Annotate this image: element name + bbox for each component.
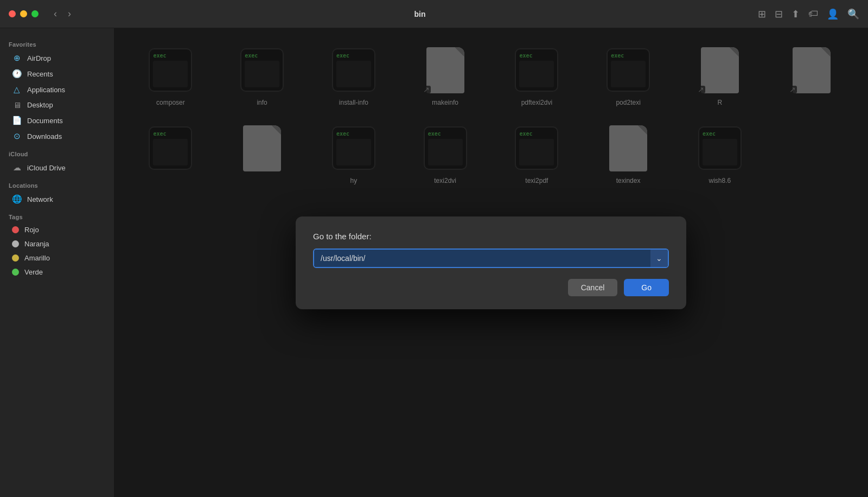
recents-icon: 🕐: [12, 69, 22, 79]
modal-overlay: Go to the folder: ⌄ Cancel Go: [114, 28, 868, 497]
sidebar-item-label: Desktop: [27, 101, 53, 109]
sidebar-item-label: Applications: [27, 86, 65, 94]
modal-title: Go to the folder:: [313, 232, 669, 241]
folder-path-input[interactable]: [314, 250, 650, 267]
sidebar-item-downloads[interactable]: ⊙ Downloads: [3, 129, 111, 144]
sidebar-item-desktop[interactable]: 🖥 Desktop: [3, 98, 111, 112]
goto-folder-dialog: Go to the folder: ⌄ Cancel Go: [296, 216, 686, 309]
modal-buttons: Cancel Go: [313, 279, 669, 296]
tag-dot-rojo: [12, 226, 19, 233]
window-controls: [9, 10, 39, 17]
tag-dot-naranja: [12, 240, 19, 247]
share-icon[interactable]: ⬆: [792, 8, 800, 20]
toolbar-right: ⊞ ⊟ ⬆ 🏷 👤 🔍: [758, 8, 859, 20]
sidebar-item-label: Amarillo: [24, 254, 50, 262]
sidebar-item-label: Downloads: [27, 132, 62, 141]
folder-dropdown-button[interactable]: ⌄: [650, 250, 668, 267]
sidebar-item-amarillo[interactable]: Amarillo: [3, 251, 111, 265]
airdrop-icon: ⊕: [12, 53, 22, 63]
sidebar-item-network[interactable]: 🌐 Network: [3, 192, 111, 207]
tags-label: Tags: [0, 207, 114, 222]
back-button[interactable]: ‹: [49, 6, 61, 22]
sidebar-item-applications[interactable]: △ Applications: [3, 82, 111, 97]
sidebar-item-label: Documents: [27, 117, 63, 125]
go-button[interactable]: Go: [624, 279, 669, 296]
documents-icon: 📄: [12, 116, 22, 125]
sidebar-item-recents[interactable]: 🕐 Recents: [3, 66, 111, 81]
view-options-icon[interactable]: ⊟: [775, 8, 783, 20]
sidebar-item-icloud-drive[interactable]: ☁ iCloud Drive: [3, 160, 111, 175]
sidebar-item-label: AirDrop: [27, 54, 51, 62]
modal-input-wrapper: ⌄: [313, 248, 669, 268]
applications-icon: △: [12, 85, 22, 94]
maximize-button[interactable]: [31, 10, 39, 17]
desktop-icon: 🖥: [12, 100, 22, 110]
sidebar-item-naranja[interactable]: Naranja: [3, 237, 111, 251]
sidebar-item-label: Rojo: [24, 226, 39, 234]
view-grid-icon[interactable]: ⊞: [758, 8, 766, 20]
sidebar-item-rojo[interactable]: Rojo: [3, 223, 111, 237]
tag-dot-verde: [12, 269, 19, 276]
sidebar-item-label: Network: [27, 195, 53, 203]
sidebar-item-label: iCloud Drive: [27, 164, 66, 172]
close-button[interactable]: [9, 10, 16, 17]
modal-input-row: ⌄: [313, 248, 669, 268]
search-icon[interactable]: 🔍: [847, 8, 859, 20]
favorites-label: Favorites: [0, 35, 114, 50]
downloads-icon: ⊙: [12, 131, 22, 141]
minimize-button[interactable]: [20, 10, 27, 17]
locations-label: Locations: [0, 176, 114, 191]
main-area: Favorites ⊕ AirDrop 🕐 Recents △ Applicat…: [0, 28, 868, 497]
file-area: exec composer exec info: [114, 28, 868, 497]
sidebar-item-verde[interactable]: Verde: [3, 265, 111, 279]
titlebar: ‹ › bin ⊞ ⊟ ⬆ 🏷 👤 🔍: [0, 0, 868, 28]
tag-dot-amarillo: [12, 254, 19, 262]
icloud-label: iCloud: [0, 144, 114, 160]
network-icon: 🌐: [12, 194, 22, 204]
tag-icon[interactable]: 🏷: [808, 8, 818, 20]
nav-buttons: ‹ ›: [49, 6, 75, 22]
window-title: bin: [82, 10, 758, 18]
icloud-icon: ☁: [12, 163, 22, 173]
sidebar-item-documents[interactable]: 📄 Documents: [3, 113, 111, 128]
forward-button[interactable]: ›: [63, 6, 75, 22]
cancel-button[interactable]: Cancel: [568, 279, 618, 296]
sidebar-item-label: Recents: [27, 70, 53, 78]
sidebar-item-label: Verde: [24, 268, 43, 276]
sidebar: Favorites ⊕ AirDrop 🕐 Recents △ Applicat…: [0, 28, 114, 497]
sidebar-item-label: Naranja: [24, 240, 49, 248]
user-icon[interactable]: 👤: [827, 8, 839, 20]
sidebar-item-airdrop[interactable]: ⊕ AirDrop: [3, 50, 111, 66]
